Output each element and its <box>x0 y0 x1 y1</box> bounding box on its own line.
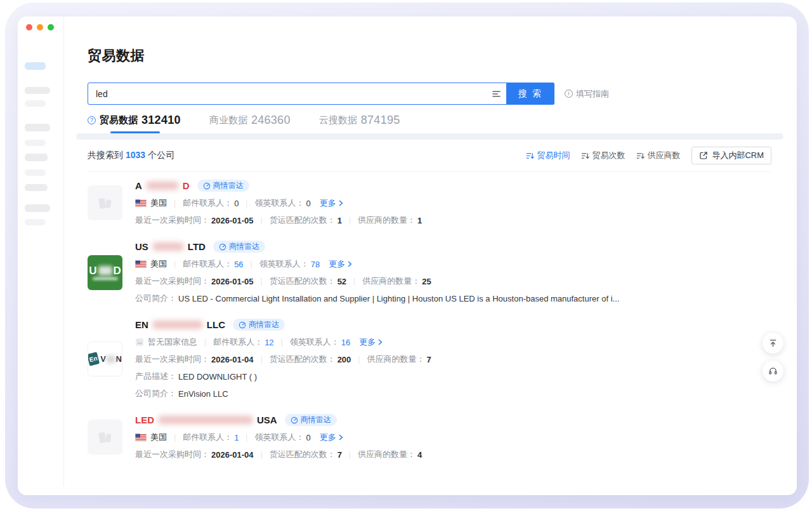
info-circle-icon: i <box>565 90 573 98</box>
radar-icon <box>291 416 298 424</box>
redacted-name-segment <box>159 416 252 424</box>
country-label: 美国 <box>150 432 167 443</box>
company-row[interactable]: A D 商情雷达 美国 | 邮件联系人： <box>88 172 771 233</box>
redacted-logo-segment <box>98 266 112 275</box>
more-link[interactable]: 更多 <box>329 258 353 270</box>
sidebar-skeleton-item <box>25 169 46 176</box>
linkedin-contacts-value[interactable]: 78 <box>311 260 320 269</box>
company-logo-placeholder <box>88 185 122 220</box>
company-logo: U D <box>88 255 122 290</box>
redacted-logo-tagline <box>93 277 118 280</box>
search-box: 搜 索 <box>88 83 554 105</box>
tab-business-data[interactable]: 商业数据 246360 <box>209 114 291 127</box>
import-crm-button[interactable]: 导入内部CRM <box>691 147 771 164</box>
linkedin-contacts-value: 0 <box>306 199 310 208</box>
app-window: 贸易数据 搜 索 i 填写指南 ? 贸易数据 312 <box>18 17 797 495</box>
no-country-label: 暂无国家信息 <box>148 336 197 348</box>
results-summary: 共搜索到1033个公司 <box>88 150 174 161</box>
sort-icon <box>526 152 534 160</box>
country-label: 美国 <box>150 197 167 209</box>
data-tabs: ? 贸易数据 312410 商业数据 246360 云搜数据 874195 <box>88 114 771 133</box>
sort-icon <box>581 152 589 160</box>
last-purchase-date: 2026-01-05 <box>211 216 254 225</box>
filter-lines-icon[interactable] <box>486 83 506 104</box>
radar-icon <box>203 182 211 190</box>
more-link[interactable]: 更多 <box>320 197 344 209</box>
sort-supplier-count[interactable]: 供应商数 <box>636 150 680 161</box>
sidebar-skeleton-item <box>25 87 50 94</box>
sidebar-skeleton-item <box>25 124 50 131</box>
company-logo-placeholder <box>88 420 122 455</box>
freight-match-count: 7 <box>337 450 342 460</box>
export-icon <box>699 151 708 160</box>
tab-trade-data[interactable]: ? 贸易数据 312410 <box>88 114 181 127</box>
tab-cloud-search-data[interactable]: 云搜数据 874195 <box>319 114 400 127</box>
sidebar-skeleton-item <box>25 204 50 212</box>
company-row[interactable]: U D US LTD 商情 <box>88 233 771 311</box>
radar-badge[interactable]: 商情雷达 <box>285 414 337 426</box>
email-contacts-value[interactable]: 12 <box>265 338 273 347</box>
sort-icon <box>636 152 645 160</box>
radar-badge[interactable]: 商情雷达 <box>233 319 285 331</box>
chevron-right-icon <box>338 434 344 441</box>
logo-diamond: En <box>88 352 100 366</box>
fill-guide-label: 填写指南 <box>576 88 609 100</box>
freight-match-count: 200 <box>337 355 351 364</box>
sidebar-skeleton-item <box>25 154 48 161</box>
company-profile: US LED - Commercial Light Installation a… <box>178 294 619 303</box>
supplier-count: 25 <box>422 277 431 286</box>
redacted-name-segment <box>147 182 178 190</box>
company-row[interactable]: En V N EN LLC 商情雷达 <box>88 311 771 406</box>
last-purchase-date: 2026-01-04 <box>211 450 254 460</box>
results-count: 1033 <box>126 150 145 160</box>
company-name: US LTD <box>135 241 206 252</box>
fill-guide-link[interactable]: i 填写指南 <box>565 88 609 100</box>
linkedin-contacts-value: 0 <box>306 433 310 442</box>
freight-match-count: 52 <box>337 277 346 286</box>
company-name: A D <box>135 180 190 191</box>
us-flag-icon <box>135 260 147 268</box>
sidebar-item-active[interactable] <box>25 62 46 70</box>
company-name: LED USA <box>135 415 277 425</box>
search-button[interactable]: 搜 索 <box>506 83 554 105</box>
us-flag-icon <box>135 434 147 441</box>
more-link[interactable]: 更多 <box>320 432 344 443</box>
more-link[interactable]: 更多 <box>359 336 383 348</box>
chevron-right-icon <box>377 339 383 345</box>
sidebar <box>18 17 64 486</box>
back-to-top-button[interactable] <box>763 333 783 354</box>
linkedin-contacts-value[interactable]: 16 <box>341 338 350 347</box>
sidebar-skeleton-item <box>25 100 46 107</box>
supplier-count: 1 <box>417 216 422 225</box>
back-to-top-icon <box>768 338 778 348</box>
last-purchase-date: 2026-01-04 <box>211 355 254 364</box>
freight-match-count: 1 <box>337 216 342 225</box>
product-description: LED DOWNLIGHT ( ) <box>178 372 257 382</box>
no-country-icon <box>135 338 144 347</box>
search-input[interactable] <box>88 83 486 104</box>
sort-trade-count[interactable]: 贸易次数 <box>581 150 625 161</box>
company-row[interactable]: LED USA 商情雷达 美国 | 邮件联系人： <box>88 406 771 467</box>
page-title: 贸易数据 <box>88 17 771 65</box>
sidebar-skeleton-item <box>25 219 46 225</box>
radar-badge[interactable]: 商情雷达 <box>197 180 249 192</box>
email-contacts-value: 0 <box>234 199 239 208</box>
email-contacts-value[interactable]: 1 <box>234 433 239 442</box>
chevron-right-icon <box>347 261 353 267</box>
radar-icon <box>219 243 226 251</box>
customer-service-button[interactable] <box>763 361 783 382</box>
scroll-track <box>76 133 783 140</box>
supplier-count: 4 <box>417 450 422 460</box>
radar-badge[interactable]: 商情雷达 <box>213 241 265 253</box>
sidebar-skeleton-item <box>25 140 46 146</box>
sort-trade-time[interactable]: 贸易时间 <box>526 150 570 161</box>
radar-icon <box>239 321 246 329</box>
last-purchase-date: 2026-01-05 <box>211 277 254 286</box>
main-content: 贸易数据 搜 索 i 填写指南 ? 贸易数据 312 <box>64 17 797 495</box>
supplier-count: 7 <box>426 355 431 364</box>
email-contacts-value[interactable]: 56 <box>234 260 243 269</box>
redacted-name-segment <box>153 321 202 329</box>
help-circle-icon: ? <box>88 116 96 124</box>
active-tab-indicator <box>110 131 160 133</box>
headset-icon <box>768 366 778 376</box>
